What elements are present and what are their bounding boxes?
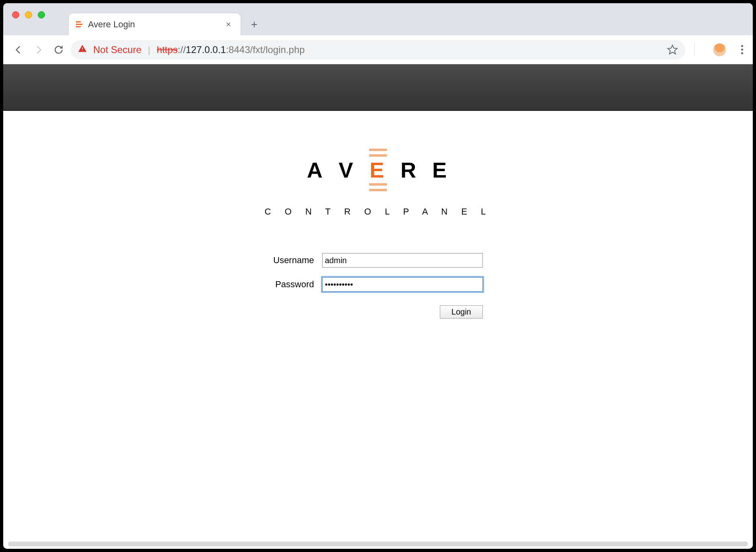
page-content: A V E R E C O N T R O L P A N E L Userna…	[3, 64, 753, 549]
brand-letter-e2: E	[432, 157, 449, 182]
bookmark-star-icon[interactable]	[667, 44, 678, 55]
divider: |	[148, 44, 150, 55]
url-host: 127.0.0.1	[186, 44, 226, 55]
address-bar[interactable]: Not Secure | https://127.0.0.1:8443/fxt/…	[71, 40, 685, 59]
profile-avatar-icon[interactable]	[713, 43, 726, 56]
username-input[interactable]	[322, 253, 483, 268]
reload-button[interactable]	[51, 42, 67, 58]
tab-title: Avere Login	[88, 19, 218, 30]
login-button[interactable]: Login	[440, 305, 483, 319]
browser-tab[interactable]: Avere Login ×	[68, 13, 241, 35]
username-label: Username	[273, 255, 314, 266]
back-button[interactable]	[10, 42, 27, 58]
url-separator: ://	[178, 44, 186, 55]
password-label: Password	[273, 279, 314, 290]
window-controls	[12, 11, 45, 18]
titlebar: Avere Login × +	[3, 3, 753, 35]
url-scheme: https	[157, 44, 178, 55]
horizontal-scrollbar[interactable]	[8, 542, 748, 546]
brand-wordmark: A V E R E	[265, 147, 492, 193]
url-text: https://127.0.0.1:8443/fxt/login.php	[157, 44, 304, 55]
new-tab-button[interactable]: +	[245, 15, 264, 34]
window-minimize-button[interactable]	[25, 11, 32, 18]
brand-letter-r: R	[400, 157, 419, 182]
tab-close-icon[interactable]: ×	[223, 19, 233, 30]
brand-logo: A V E R E C O N T R O L P A N E L	[265, 147, 492, 217]
menu-kebab-icon[interactable]	[739, 43, 746, 57]
header-band	[3, 64, 753, 111]
warning-icon	[78, 44, 87, 55]
browser-window: Avere Login × + Not Secure | https://127…	[3, 3, 753, 549]
password-input[interactable]	[322, 277, 483, 292]
brand-letter-a: A	[307, 157, 325, 182]
url-port-path: :8443/fxt/login.php	[226, 44, 304, 55]
brand-letter-e-icon: E	[369, 147, 387, 193]
window-close-button[interactable]	[12, 11, 19, 18]
brand-letter-v: V	[339, 157, 356, 182]
login-area: A V E R E C O N T R O L P A N E L Userna…	[3, 111, 753, 319]
login-form: Username Password Login	[273, 253, 482, 319]
forward-button[interactable]	[31, 42, 47, 58]
security-status: Not Secure	[93, 44, 141, 55]
profile-section	[694, 43, 730, 56]
brand-subtitle: C O N T R O L P A N E L	[265, 206, 492, 217]
toolbar: Not Secure | https://127.0.0.1:8443/fxt/…	[3, 35, 753, 64]
window-zoom-button[interactable]	[38, 11, 45, 18]
favicon-icon	[76, 21, 82, 27]
